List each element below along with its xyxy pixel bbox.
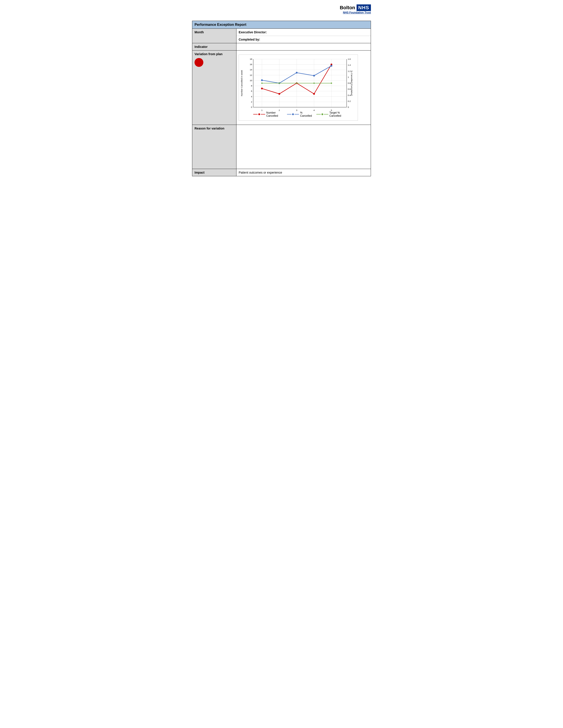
reason-row: Reason for variation [192, 125, 371, 169]
svg-point-52 [296, 83, 298, 84]
red-status-circle [194, 58, 203, 67]
chart-svg: 0 2 4 6 8 10 12 14 16 18 0 0.2 0.4 0.6 0… [253, 59, 347, 107]
indicator-row: Indicator [192, 43, 371, 51]
svg-text:0: 0 [251, 106, 252, 108]
svg-text:16: 16 [250, 63, 252, 66]
svg-text:4: 4 [314, 109, 315, 111]
month-content-cell: Executive Director: Completed by: [236, 29, 371, 43]
svg-point-44 [261, 79, 263, 81]
impact-label: Impact [192, 169, 236, 176]
indicator-content [236, 43, 371, 51]
reason-content [236, 125, 371, 169]
exec-director-label: Executive Director: [236, 29, 371, 36]
logo-area: Bolton NHS NHS Foundation Trust [340, 4, 371, 14]
variation-content: 0 2 4 6 8 10 12 14 16 18 0 0.2 0.4 0.6 0… [236, 51, 371, 125]
svg-text:0.8: 0.8 [348, 82, 351, 84]
svg-text:0.4: 0.4 [348, 94, 351, 96]
header: Bolton NHS NHS Foundation Trust [192, 4, 371, 14]
svg-point-50 [261, 83, 262, 84]
svg-point-47 [313, 75, 315, 77]
impact-row: Impact Patient outcomes or experience [192, 169, 371, 176]
month-row: Month Executive Director: Completed by: [192, 29, 371, 43]
chart-container: 0 2 4 6 8 10 12 14 16 18 0 0.2 0.4 0.6 0… [239, 54, 358, 121]
svg-text:10: 10 [250, 79, 252, 82]
legend-pct-cancelled-label: % Cancelled [300, 111, 312, 117]
svg-point-53 [313, 83, 315, 84]
variation-label: Variation from plan [192, 51, 236, 125]
report-table: Performance Exception Report Month Execu… [192, 21, 371, 176]
svg-text:14: 14 [250, 68, 252, 71]
legend-target-pct: Target % Cancelled [317, 111, 347, 117]
legend-number-cancelled-label: Number Cancelled [266, 111, 283, 117]
chart-legend: Number Cancelled % Cancelled [253, 111, 347, 117]
svg-point-40 [278, 93, 280, 95]
indicator-label: Indicator [192, 43, 236, 51]
svg-point-48 [331, 65, 332, 67]
svg-text:0: 0 [348, 106, 349, 108]
svg-text:2: 2 [251, 101, 252, 103]
svg-text:6: 6 [251, 90, 252, 92]
svg-text:1.6: 1.6 [348, 58, 351, 60]
legend-target-pct-label: Target % Cancelled [330, 111, 347, 117]
svg-point-54 [331, 83, 332, 84]
svg-point-46 [296, 72, 298, 74]
svg-text:1: 1 [348, 76, 349, 78]
impact-value: Patient outcomes or experience [236, 169, 371, 176]
svg-point-51 [278, 83, 280, 84]
reason-label: Reason for variation [192, 125, 236, 169]
legend-pct-cancelled: % Cancelled [287, 111, 312, 117]
legend-number-cancelled: Number Cancelled [253, 111, 283, 117]
svg-text:12: 12 [250, 74, 252, 76]
svg-text:4: 4 [251, 95, 252, 98]
svg-text:1.4: 1.4 [348, 64, 351, 66]
svg-point-39 [261, 88, 263, 89]
svg-text:18: 18 [250, 58, 252, 60]
trust-text: NHS Foundation Trust [343, 11, 371, 14]
svg-text:0.6: 0.6 [348, 88, 351, 90]
variation-row: Variation from plan [192, 51, 371, 125]
title-row: Performance Exception Report [192, 21, 371, 29]
svg-point-42 [313, 93, 315, 95]
month-inner-table: Executive Director: Completed by: [236, 29, 371, 43]
bolton-text: Bolton [340, 5, 355, 11]
nhs-text: NHS [357, 4, 371, 11]
svg-text:Number Cancelled in week: Number Cancelled in week [240, 70, 243, 96]
completed-by-label: Completed by: [236, 36, 371, 43]
completed-by-row: Completed by: [236, 36, 371, 43]
svg-text:8: 8 [251, 84, 252, 87]
month-label: Month [192, 29, 236, 43]
svg-text:1.2: 1.2 [348, 70, 351, 72]
svg-text:0.2: 0.2 [348, 100, 351, 102]
exec-director-row: Executive Director: [236, 29, 371, 36]
svg-text:% Cancelled (Cumulative): % Cancelled (Cumulative) [351, 71, 353, 96]
report-title: Performance Exception Report [192, 21, 371, 29]
